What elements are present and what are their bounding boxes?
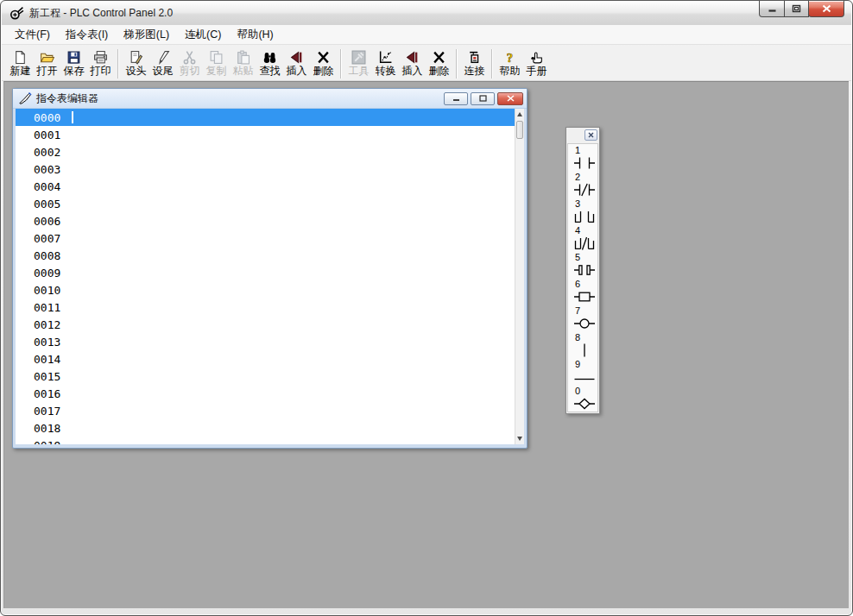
toolbar-button-insert-2[interactable]: 插入 <box>399 48 426 77</box>
instruction-row[interactable]: 0001 <box>16 126 515 143</box>
palette-key-label: 8 <box>575 333 597 343</box>
scroll-up-button[interactable] <box>515 109 524 120</box>
set-head-icon <box>129 49 143 65</box>
instruction-list-editor-window: 指令表编辑器 000000010002000300040005000600070… <box>12 88 528 449</box>
line-number: 0010 <box>34 284 60 297</box>
instruction-row[interactable]: 0013 <box>16 333 515 350</box>
line-number: 0006 <box>34 215 60 228</box>
scrollbar-thumb[interactable] <box>516 121 523 139</box>
instruction-row[interactable]: 0004 <box>16 178 515 195</box>
line-number: 0005 <box>34 198 60 211</box>
palette-key-label: 4 <box>575 226 597 236</box>
instruction-row[interactable]: 0012 <box>16 316 515 333</box>
maximize-button[interactable] <box>784 1 809 17</box>
palette-header[interactable] <box>567 129 598 142</box>
line-number: 0019 <box>34 439 60 445</box>
instruction-row[interactable]: 0005 <box>16 195 515 212</box>
instruction-row[interactable]: 0016 <box>16 385 515 402</box>
toolbar-button-label: 连接 <box>464 65 485 77</box>
editor-close-button[interactable] <box>497 92 523 105</box>
palette-close-button[interactable] <box>584 129 597 141</box>
instruction-rows: 0000000100020003000400050006000700080009… <box>16 109 515 444</box>
maximize-icon <box>479 95 487 102</box>
toolbar-button-print[interactable]: 打印 <box>87 48 114 77</box>
toolbar-button-delete[interactable]: 删除 <box>310 48 337 77</box>
palette-button-7[interactable]: 7 <box>568 306 597 333</box>
palette-button-3[interactable]: 3 <box>568 199 597 226</box>
scroll-down-button[interactable] <box>515 433 524 444</box>
line-number: 0014 <box>34 353 60 366</box>
toolbar-group: 新建打开保存打印 <box>7 48 114 77</box>
toolbar-button-set-tail[interactable]: 设尾 <box>149 48 176 77</box>
diamond-coil-icon <box>573 396 597 415</box>
instruction-row[interactable]: 0010 <box>16 281 515 299</box>
toolbar-button-manual[interactable]: 手册 <box>523 48 550 77</box>
line-number: 0004 <box>34 180 60 193</box>
palette-button-5[interactable]: 5 <box>568 253 597 280</box>
instruction-row[interactable]: 0007 <box>16 229 515 247</box>
instruction-row[interactable]: 0002 <box>16 143 515 160</box>
toolbar-button-label: 删除 <box>429 65 450 77</box>
palette-button-2[interactable]: 2 <box>568 173 597 199</box>
toolbar-button-help[interactable]: ?帮助 <box>496 48 523 77</box>
instruction-row[interactable]: 0009 <box>16 264 515 281</box>
instruction-row[interactable]: 0017 <box>16 402 515 419</box>
toolbar-button-convert[interactable]: 转换 <box>372 48 399 77</box>
editor-maximize-button[interactable] <box>471 92 495 105</box>
palette-key-label: 6 <box>575 280 597 289</box>
toolbar-button-label: 剪切 <box>180 65 200 77</box>
menu-item-instruction-list[interactable]: 指令表(I) <box>58 25 116 45</box>
palette-button-6[interactable]: 6 <box>568 280 597 306</box>
minimize-button[interactable] <box>759 1 785 17</box>
menu-item-file[interactable]: 文件(F) <box>7 25 58 45</box>
toolbar: 新建打开保存打印设头设尾剪切复制粘贴查找插入删除工具转换插入删除连接?帮助手册 <box>2 46 851 81</box>
line-number: 0008 <box>34 249 60 262</box>
palette-button-8[interactable]: 8 <box>568 333 597 360</box>
toolbar-button-insert[interactable]: 插入 <box>283 48 310 77</box>
triangle-down-icon <box>517 437 522 441</box>
tools-icon <box>351 49 366 65</box>
line-number: 0003 <box>34 163 60 176</box>
palette-button-0[interactable]: 0 <box>568 387 597 413</box>
menu-item-online[interactable]: 连机(C) <box>177 25 229 45</box>
editor-title-bar[interactable]: 指令表编辑器 <box>13 89 527 109</box>
toolbar-button-delete-2[interactable]: 删除 <box>426 48 452 77</box>
toolbar-button-new[interactable]: 新建 <box>7 48 34 77</box>
instruction-row[interactable]: 0019 <box>16 437 515 444</box>
instruction-row[interactable]: 0008 <box>16 247 515 264</box>
instruction-row[interactable]: 0003 <box>16 160 515 178</box>
toolbar-button-paste: 粘贴 <box>230 48 256 77</box>
menu-item-help[interactable]: 帮助(H) <box>229 25 281 45</box>
instruction-row[interactable]: 0011 <box>16 299 515 316</box>
title-bar[interactable]: 新工程 - PLC Control Panel 2.0 <box>2 2 851 25</box>
menu-item-ladder-diagram[interactable]: 梯形图(L) <box>116 25 177 45</box>
toolbar-button-set-head[interactable]: 设头 <box>123 48 149 77</box>
toolbar-button-save[interactable]: 保存 <box>60 48 87 77</box>
palette-button-1[interactable]: 1 <box>568 146 597 173</box>
toolbar-button-connect[interactable]: 连接 <box>461 48 488 77</box>
window-title: 新工程 - PLC Control Panel 2.0 <box>29 6 173 21</box>
toolbar-button-label: 插入 <box>287 65 307 77</box>
toolbar-button-open[interactable]: 打开 <box>34 48 60 77</box>
instruction-row[interactable]: 0006 <box>16 212 515 229</box>
editor-title: 指令表编辑器 <box>36 91 441 106</box>
close-button[interactable] <box>808 1 844 17</box>
mdi-client-area: 指令表编辑器 000000010002000300040005000600070… <box>3 81 849 608</box>
palette-button-4[interactable]: 4 <box>568 226 597 253</box>
line-number: 0001 <box>34 129 60 141</box>
open-folder-icon <box>40 49 54 65</box>
delete-icon <box>316 49 331 65</box>
instruction-row[interactable]: 0018 <box>16 419 515 437</box>
instruction-row[interactable]: 0014 <box>16 350 515 368</box>
maximize-icon <box>792 4 801 13</box>
line-number: 0017 <box>34 405 60 418</box>
instruction-list: 0000000100020003000400050006000700080009… <box>16 109 524 444</box>
instruction-row[interactable]: 0015 <box>16 368 515 385</box>
toolbar-button-find[interactable]: 查找 <box>256 48 283 77</box>
toolbar-button-label: 粘贴 <box>233 65 254 77</box>
vertical-scrollbar[interactable] <box>515 109 524 444</box>
instruction-row-selected[interactable]: 0000 <box>16 109 515 126</box>
editor-minimize-button[interactable] <box>444 92 468 105</box>
set-tail-icon <box>155 49 170 65</box>
palette-button-9[interactable]: 9 <box>568 360 597 387</box>
